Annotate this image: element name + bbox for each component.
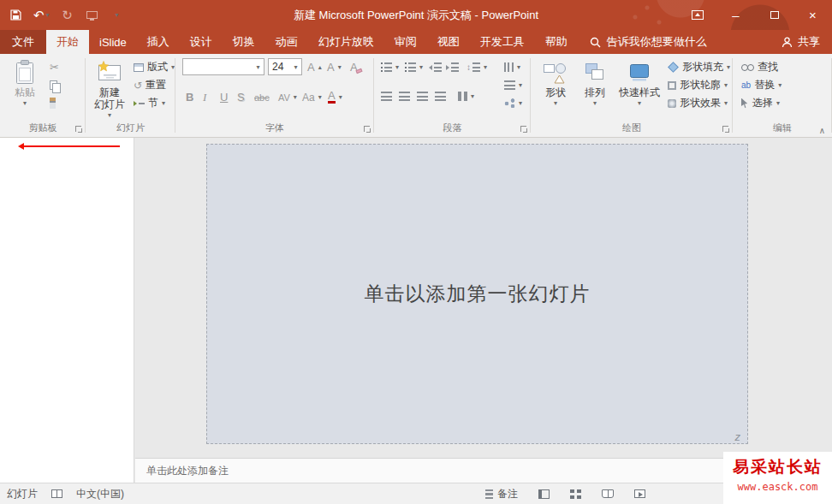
slide-canvas[interactable]: 单击以添加第一张幻灯片 z (206, 144, 748, 444)
shape-fill-button[interactable]: 形状填充▾ (668, 59, 730, 75)
shape-effects-icon (668, 99, 676, 108)
align-right-button[interactable] (417, 88, 428, 104)
tab-review[interactable]: 审阅 (384, 30, 427, 54)
tab-slide-show[interactable]: 幻灯片放映 (308, 30, 384, 54)
caret-down-icon: ▾ (419, 63, 423, 71)
quick-styles-label: 快速样式 (619, 86, 660, 98)
slide-sorter-view-button[interactable] (570, 489, 581, 499)
search-icon (590, 37, 601, 48)
language-indicator[interactable]: 中文(中国) (76, 487, 124, 501)
caret-down-icon: ▾ (108, 111, 111, 119)
customize-qat-button[interactable]: ▾ (110, 5, 124, 26)
increase-font-size-button[interactable]: A▴ (307, 59, 322, 75)
tab-design[interactable]: 设计 (180, 30, 223, 54)
tab-help[interactable]: 帮助 (535, 30, 578, 54)
collapse-ribbon-button[interactable]: ∧ (819, 126, 825, 135)
select-button[interactable]: 选择▾ (741, 95, 780, 111)
slide-thumbnail-pane[interactable] (0, 138, 134, 483)
cut-button[interactable]: ✂ (50, 59, 59, 75)
char-spacing-glyph: AV (278, 92, 290, 104)
slideshow-view-button[interactable] (634, 489, 645, 498)
underline-button[interactable]: U (220, 89, 228, 105)
drawing-dialog-launcher[interactable] (722, 126, 729, 133)
layout-button[interactable]: 版式▾ (134, 59, 175, 75)
shapes-button[interactable]: 形状 ▾ (538, 56, 573, 120)
decrease-font-size-button[interactable]: A▾ (327, 59, 342, 75)
line-spacing-button[interactable]: ↕▾ (467, 59, 487, 75)
notes-icon (485, 489, 493, 499)
new-slide-button[interactable]: 新建 幻灯片 ▾ (89, 56, 130, 120)
font-name-input[interactable] (183, 61, 253, 73)
font-size-combo[interactable]: ▾ (268, 58, 302, 75)
font-name-combo[interactable]: ▾ (182, 58, 264, 75)
format-painter-button[interactable] (50, 95, 56, 111)
notes-toggle-button[interactable]: 备注 (485, 487, 518, 501)
status-bar: 幻灯片 中文(中国) 备注 (0, 483, 832, 504)
bullets-button[interactable]: ▾ (381, 59, 399, 75)
align-center-button[interactable] (399, 88, 410, 104)
reset-slide-button[interactable]: ↺重置 (134, 77, 166, 93)
columns-button[interactable]: ▾ (458, 88, 474, 104)
copy-button[interactable] (50, 77, 57, 93)
tell-me-label: 告诉我你想要做什么 (607, 34, 707, 50)
share-button[interactable]: 共享 (770, 30, 832, 54)
close-button[interactable]: × (793, 0, 832, 30)
layout-label: 版式 (147, 60, 168, 74)
start-slideshow-button[interactable] (86, 5, 99, 26)
font-dialog-launcher[interactable] (364, 126, 371, 133)
decrease-indent-button[interactable] (429, 59, 442, 75)
undo-button[interactable]: ↶▾ (33, 5, 50, 26)
reading-view-button[interactable] (602, 489, 614, 498)
font-size-input[interactable] (269, 61, 290, 73)
tab-home[interactable]: 开始 (46, 30, 89, 54)
decrease-indent-icon (429, 62, 442, 72)
maximize-button[interactable] (755, 0, 793, 30)
text-shadow-button[interactable]: S (237, 89, 245, 105)
text-direction-button[interactable]: ▾ (504, 59, 520, 75)
watermark-title: 易采站长站 (723, 458, 832, 477)
find-button[interactable]: 查找 (741, 59, 778, 75)
section-button[interactable]: 节▾ (134, 95, 165, 111)
redo-button[interactable]: ↻ (61, 5, 74, 26)
quick-styles-button[interactable]: 快速样式 ▾ (616, 56, 663, 120)
section-label: 节 (148, 96, 158, 110)
strikethrough-button[interactable]: abc (254, 89, 270, 105)
character-spacing-button[interactable]: AV▾ (278, 89, 297, 105)
tab-view[interactable]: 视图 (427, 30, 470, 54)
paragraph-dialog-launcher[interactable] (520, 126, 527, 133)
font-color-button[interactable]: A▾ (328, 89, 342, 105)
minimize-button[interactable]: – (716, 0, 755, 30)
bold-button[interactable]: B (186, 89, 193, 105)
caret-down-icon: ▾ (554, 99, 557, 107)
quick-access-toolbar: ↶▾ ↻ ▾ (9, 0, 124, 30)
redo-icon: ↻ (62, 9, 73, 21)
numbering-button[interactable]: ▾ (405, 59, 423, 75)
save-button[interactable] (9, 5, 22, 26)
tell-me-search[interactable]: 告诉我你想要做什么 (590, 30, 707, 54)
tab-insert[interactable]: 插入 (137, 30, 180, 54)
paste-button[interactable]: 粘贴 ▾ (7, 56, 43, 120)
normal-view-button[interactable] (538, 489, 550, 499)
select-label: 选择 (752, 96, 773, 110)
tab-islide[interactable]: iSlide (89, 30, 137, 54)
caret-down-icon: ▾ (23, 99, 27, 107)
ribbon-display-options-button[interactable] (678, 0, 716, 30)
arrange-button[interactable]: 排列 ▾ (577, 56, 613, 120)
tab-file[interactable]: 文件 (0, 30, 46, 54)
smartart-convert-button[interactable]: ▾ (504, 95, 522, 111)
justify-button[interactable] (435, 88, 446, 104)
clear-formatting-button[interactable]: A (350, 59, 362, 75)
tab-animations[interactable]: 动画 (265, 30, 308, 54)
shape-outline-button[interactable]: 形状轮廓▾ (668, 77, 728, 93)
shape-effects-button[interactable]: 形状效果▾ (668, 95, 728, 111)
replace-button[interactable]: ab替换▾ (741, 77, 781, 93)
change-case-button[interactable]: Aa▾ (302, 89, 322, 105)
tab-developer[interactable]: 开发工具 (470, 30, 535, 54)
clipboard-dialog-launcher[interactable] (75, 126, 82, 133)
tab-transitions[interactable]: 切换 (223, 30, 265, 54)
italic-button[interactable]: I (203, 89, 206, 105)
proofing-status-icon[interactable] (51, 489, 62, 498)
align-text-button[interactable]: ▾ (504, 77, 522, 93)
align-left-button[interactable] (381, 88, 392, 104)
increase-indent-button[interactable] (446, 59, 459, 75)
